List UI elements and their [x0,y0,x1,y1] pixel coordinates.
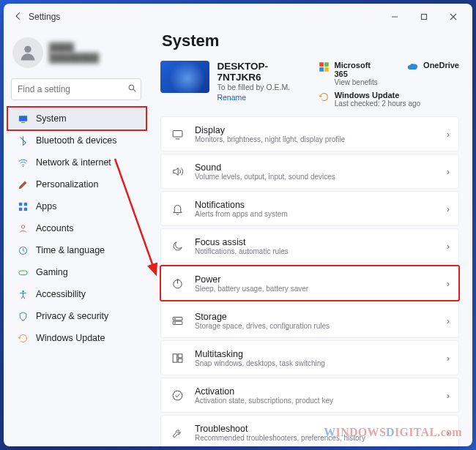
device-row: DESKTOP-7NTJKR6 To be filled by O.E.M. R… [160,61,459,108]
card-ms365[interactable]: Microsoft 365View benefits [319,61,385,86]
sidebar-item-time-language[interactable]: Time & language [10,239,146,261]
wu-title: Windows Update [335,91,420,100]
sidebar-item-gaming[interactable]: Gaming [10,261,146,283]
card-display[interactable]: DisplayMonitors, brightness, night light… [160,116,459,151]
device-card[interactable]: DESKTOP-7NTJKR6 To be filled by O.E.M. R… [160,61,311,108]
card-sub: Activation state, subscriptions, product… [195,397,333,405]
svg-point-27 [174,322,175,323]
card-multitasking[interactable]: MultitaskingSnap windows, desktops, task… [160,340,459,375]
sidebar-item-label: System [36,113,67,124]
storage-icon [170,315,185,327]
update-icon [17,332,29,344]
svg-rect-1 [422,15,427,20]
search-box[interactable] [11,78,141,100]
chevron-right-icon: › [447,353,450,364]
wu-sub: Last checked: 2 hours ago [335,100,420,108]
sidebar-item-windows-update[interactable]: Windows Update [10,327,146,349]
sidebar-item-bluetooth[interactable]: Bluetooth & devices [10,130,146,151]
ms365-icon [319,61,330,72]
shield-icon [17,310,29,322]
clock-icon [17,244,29,256]
chevron-right-icon: › [447,129,450,140]
search-icon [127,83,137,95]
chevron-right-icon: › [447,315,450,326]
check-icon [170,389,185,402]
sidebar-item-personalization[interactable]: Personalization [10,173,146,195]
display-icon [170,128,185,140]
sidebar-item-privacy[interactable]: Privacy & security [10,305,146,327]
card-sub: Volume levels, output, input, sound devi… [195,173,335,181]
close-icon [450,13,457,20]
card-windows-update[interactable]: Windows UpdateLast checked: 2 hours ago [319,91,459,108]
onedrive-icon [407,61,419,72]
sidebar-item-system[interactable]: System [10,108,146,130]
profile-name: ████ [49,42,99,53]
device-sub: To be filled by O.E.M. [217,83,310,91]
chevron-right-icon: › [447,278,450,289]
sidebar-item-apps[interactable]: Apps [10,195,146,217]
svg-rect-8 [18,202,21,205]
system-icon [17,113,29,124]
svg-rect-6 [21,121,25,122]
profile-block[interactable]: ████ ████████ [10,34,146,75]
sidebar-item-label: Apps [36,201,57,211]
card-sound[interactable]: SoundVolume levels, output, input, sound… [160,154,459,189]
profile-email: ████████ [49,53,99,63]
bell-icon [170,203,185,215]
svg-point-31 [173,391,182,400]
card-title: Focus assist [195,237,289,247]
back-button[interactable] [8,11,29,23]
rename-link[interactable]: Rename [217,93,310,102]
svg-rect-28 [173,353,177,361]
svg-rect-29 [178,353,182,357]
svg-point-26 [174,318,175,319]
svg-rect-30 [178,359,182,362]
moon-icon [170,240,185,252]
titlebar: Settings [4,4,472,30]
close-button[interactable] [439,6,468,28]
card-title: Activation [195,386,333,397]
svg-rect-20 [173,130,182,137]
minimize-button[interactable] [380,6,409,28]
bluetooth-icon [17,135,29,146]
onedrive-title: OneDrive [423,61,459,70]
sidebar-item-label: Personalization [36,179,98,190]
maximize-button[interactable] [409,6,439,28]
card-title: Power [195,274,308,285]
svg-rect-9 [23,202,26,205]
svg-rect-18 [319,67,324,72]
settings-list: DisplayMonitors, brightness, night light… [160,116,459,446]
search-input[interactable] [18,84,127,94]
svg-point-15 [22,290,24,292]
card-storage[interactable]: StorageStorage space, drives, configurat… [160,303,459,338]
card-onedrive[interactable]: OneDrive [407,61,459,86]
card-troubleshoot[interactable]: TroubleshootRecommended troubleshooters,… [160,415,459,446]
ms365-title: Microsoft 365 [334,61,385,78]
card-power[interactable]: PowerSleep, battery usage, battery saver… [160,266,459,301]
wifi-icon [17,157,29,168]
card-notifications[interactable]: NotificationsAlerts from apps and system… [160,191,459,226]
sidebar-item-accounts[interactable]: Accounts [10,217,146,239]
multitask-icon [170,352,185,364]
svg-point-3 [129,85,134,90]
card-focus-assist[interactable]: Focus assistNotifications, automatic rul… [160,228,459,263]
sidebar-item-label: Accessibility [36,289,86,299]
sidebar-item-label: Network & internet [36,157,111,168]
arrow-left-icon [13,11,23,21]
maximize-icon [420,13,428,20]
sidebar-item-accessibility[interactable]: Accessibility [10,283,146,305]
device-name: DESKTOP-7NTJKR6 [217,61,310,83]
sidebar-item-label: Gaming [36,267,68,277]
svg-point-2 [24,46,31,53]
minimize-icon [391,13,398,20]
main-panel: System DESKTOP-7NTJKR6 To be filled by O… [150,30,472,446]
card-activation[interactable]: ActivationActivation state, subscription… [160,378,459,413]
card-sub: Recommended troubleshooters, preferences… [195,434,365,442]
card-sub: Alerts from apps and system [195,210,288,218]
sound-icon [170,165,185,178]
sidebar-item-label: Accounts [36,223,73,233]
sidebar-nav: System Bluetooth & devices Network & int… [10,108,146,349]
power-icon [170,277,185,290]
card-sub: Notifications, automatic rules [195,247,289,255]
sidebar-item-network[interactable]: Network & internet [10,151,146,173]
